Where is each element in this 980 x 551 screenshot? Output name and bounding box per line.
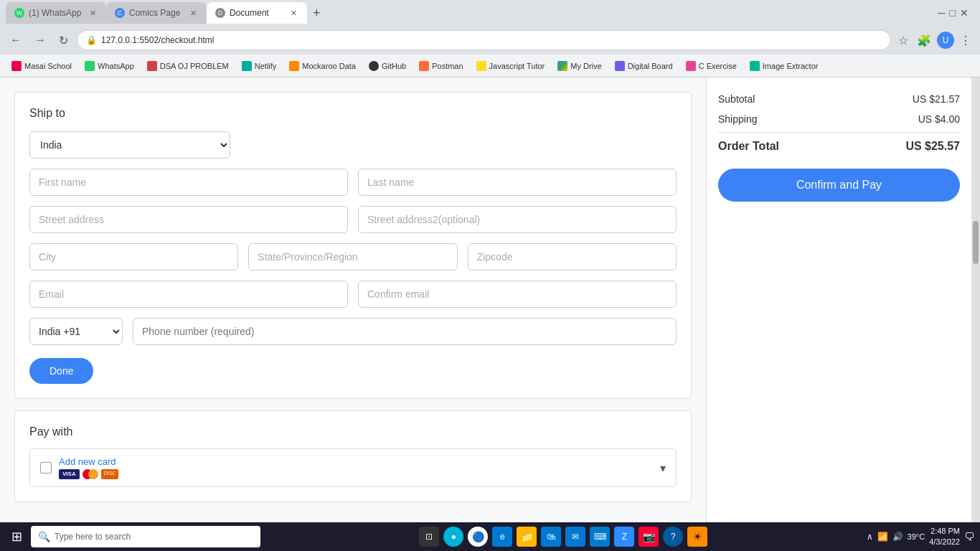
- lock-icon: 🔒: [86, 35, 97, 45]
- phone-input[interactable]: [133, 318, 677, 345]
- scrollbar-thumb[interactable]: [973, 221, 979, 264]
- bookmark-mockaroo[interactable]: Mockaroo Data: [283, 59, 362, 73]
- bookmark-imgext-label: Image Extractor: [763, 62, 819, 70]
- scrollbar[interactable]: [971, 77, 980, 522]
- taskbar-search-icon: 🔍: [38, 531, 50, 542]
- street2-input[interactable]: [358, 206, 677, 233]
- drive-icon: [557, 61, 567, 71]
- bookmark-imgext[interactable]: Image Extractor: [744, 59, 824, 73]
- taskbar-zoom-icon[interactable]: Z: [614, 527, 634, 547]
- network-icon[interactable]: 📶: [877, 532, 888, 542]
- pay-with-title: Pay with: [29, 425, 677, 438]
- extensions-icon[interactable]: 🧩: [914, 31, 934, 50]
- taskbar-edge-icon[interactable]: e: [492, 527, 512, 547]
- bookmark-netlify[interactable]: Netlify: [236, 59, 283, 73]
- maximize-icon[interactable]: □: [950, 7, 956, 19]
- confirm-pay-button[interactable]: Confirm and Pay: [718, 169, 960, 202]
- taskbar-clock[interactable]: 2:48 PM 4/3/2022: [929, 526, 960, 548]
- taskbar-photos-icon[interactable]: 📷: [639, 527, 659, 547]
- taskbar-vscode-icon[interactable]: ⌨: [590, 527, 610, 547]
- taskbar-search-bar[interactable]: 🔍 Type here to search: [31, 526, 260, 547]
- taskbar-icons-area: ⊡ ● 🔵 e 📁 🛍 ✉ ⌨ Z 📷 ?: [263, 527, 864, 547]
- comics-favicon-icon: C: [115, 8, 125, 18]
- close-browser-icon[interactable]: ✕: [960, 7, 969, 19]
- tab-document[interactable]: D Document ✕: [207, 2, 307, 24]
- back-button[interactable]: ←: [6, 31, 26, 50]
- refresh-button[interactable]: ↻: [55, 31, 72, 50]
- city-input[interactable]: [29, 243, 238, 270]
- bookmark-postman[interactable]: Postman: [413, 59, 468, 73]
- state-input[interactable]: [248, 243, 457, 270]
- add-card-content: Add new card VISA DISC: [59, 456, 653, 479]
- add-card-row[interactable]: Add new card VISA DISC ▾: [29, 448, 677, 487]
- taskbar-store-icon[interactable]: 🛍: [541, 527, 561, 547]
- phone-code-select[interactable]: India +91 USA +1: [29, 318, 123, 345]
- notification-icon[interactable]: 🗨: [964, 531, 974, 542]
- mc-right: [88, 469, 98, 479]
- menu-icon[interactable]: ⋮: [957, 31, 974, 50]
- name-row: [29, 169, 677, 196]
- url-bar[interactable]: 🔒 127.0.0.1:5502/checkout.html: [77, 30, 891, 50]
- page-content: Ship to India USA UK Canada: [0, 77, 980, 522]
- bookmark-star-icon[interactable]: ☆: [895, 31, 911, 50]
- bookmark-whatsapp[interactable]: WhatsApp: [79, 59, 140, 73]
- tab-document-close-icon[interactable]: ✕: [289, 7, 298, 19]
- taskbar-cortana-icon[interactable]: ●: [443, 527, 463, 547]
- order-total-label: Order Total: [718, 140, 779, 153]
- address-bar: ← → ↻ 🔒 127.0.0.1:5502/checkout.html ☆ 🧩…: [0, 26, 980, 55]
- tab-whatsapp-label: (1) WhatsApp: [29, 8, 84, 18]
- bookmark-dsa[interactable]: DSA OJ PROBLEM: [141, 59, 235, 73]
- subtotal-row: Subtotal US $21.57: [718, 89, 960, 109]
- taskbar-weather-icon[interactable]: ☀: [687, 527, 707, 547]
- first-name-input[interactable]: [29, 169, 348, 196]
- add-card-label: Add new card: [59, 456, 653, 467]
- street-row: [29, 206, 677, 233]
- volume-icon[interactable]: 🔊: [892, 532, 903, 542]
- up-arrow-icon[interactable]: ∧: [867, 532, 873, 542]
- taskbar: ⊞ 🔍 Type here to search ⊡ ● 🔵 e 📁 🛍 ✉ ⌨: [0, 522, 980, 551]
- email-input[interactable]: [29, 281, 348, 308]
- bookmark-dsa-label: DSA OJ PROBLEM: [160, 62, 229, 70]
- taskbar-explorer-icon[interactable]: 📁: [517, 527, 537, 547]
- title-bar: W (1) WhatsApp ✕ C Comics Page ✕ D Docum…: [0, 0, 980, 26]
- tab-comics[interactable]: C Comics Page ✕: [106, 2, 207, 24]
- tab-comics-close-icon[interactable]: ✕: [189, 7, 198, 19]
- order-panel: Subtotal US $21.57 Shipping US $4.00 Ord…: [706, 77, 971, 522]
- new-tab-button[interactable]: +: [307, 3, 326, 24]
- tab-whatsapp-close-icon[interactable]: ✕: [88, 7, 98, 19]
- taskbar-mail-icon[interactable]: ✉: [565, 527, 585, 547]
- email-row: [29, 281, 677, 308]
- bookmark-digital[interactable]: Digital Board: [609, 59, 679, 73]
- confirm-email-input[interactable]: [358, 281, 677, 308]
- zip-input[interactable]: [468, 243, 677, 270]
- bookmark-postman-label: Postman: [432, 62, 463, 70]
- tab-whatsapp[interactable]: W (1) WhatsApp ✕: [6, 2, 106, 24]
- system-tray: ∧ 📶 🔊 39°C 2:48 PM 4/3/2022 🗨: [867, 526, 974, 548]
- bookmark-masai[interactable]: Masai School: [6, 59, 77, 73]
- profile-icon[interactable]: U: [937, 32, 954, 49]
- url-text: 127.0.0.1:5502/checkout.html: [101, 35, 882, 45]
- bookmark-github[interactable]: GitHub: [363, 59, 412, 73]
- forward-button[interactable]: →: [30, 31, 50, 50]
- browser-toolbar: ☆ 🧩 U ⋮: [895, 31, 974, 50]
- netlify-icon: [242, 61, 252, 71]
- bookmark-cex[interactable]: C Exercise: [680, 59, 743, 73]
- bookmark-drive[interactable]: My Drive: [552, 59, 607, 73]
- taskbar-task-view-icon[interactable]: ⊡: [419, 527, 439, 547]
- main-area: Ship to India USA UK Canada: [0, 77, 706, 522]
- bookmark-mockaroo-label: Mockaroo Data: [302, 62, 356, 70]
- bookmark-jstut[interactable]: Javascript Tutor: [471, 59, 551, 73]
- last-name-input[interactable]: [358, 169, 677, 196]
- add-card-checkbox[interactable]: [40, 462, 52, 474]
- country-select[interactable]: India USA UK Canada: [29, 131, 230, 159]
- dsa-icon: [147, 61, 157, 71]
- bookmark-drive-label: My Drive: [570, 62, 601, 70]
- taskbar-help-icon[interactable]: ?: [663, 527, 683, 547]
- taskbar-chrome-icon[interactable]: 🔵: [468, 527, 488, 547]
- minimize-icon[interactable]: ─: [938, 7, 946, 19]
- shipping-value: US $4.00: [918, 113, 960, 125]
- done-button[interactable]: Done: [29, 358, 93, 384]
- street-input[interactable]: [29, 206, 348, 233]
- masai-icon: [11, 61, 22, 71]
- start-button[interactable]: ⊞: [6, 526, 28, 547]
